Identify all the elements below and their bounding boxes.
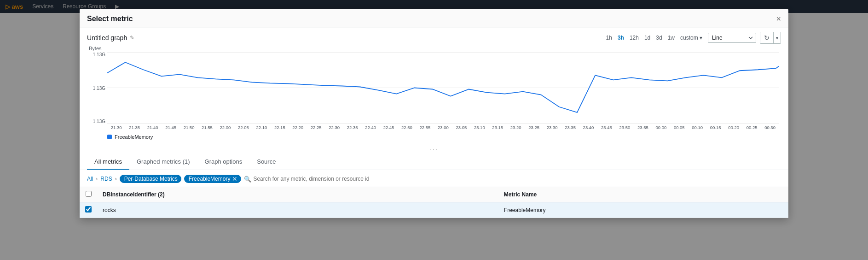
modal-header: Select metric × (80, 9, 788, 13)
modal: Select metric × Untitled graph ✎ 1h 3h 1… (80, 9, 788, 13)
modal-overlay: Select metric × Untitled graph ✎ 1h 3h 1… (0, 0, 868, 13)
